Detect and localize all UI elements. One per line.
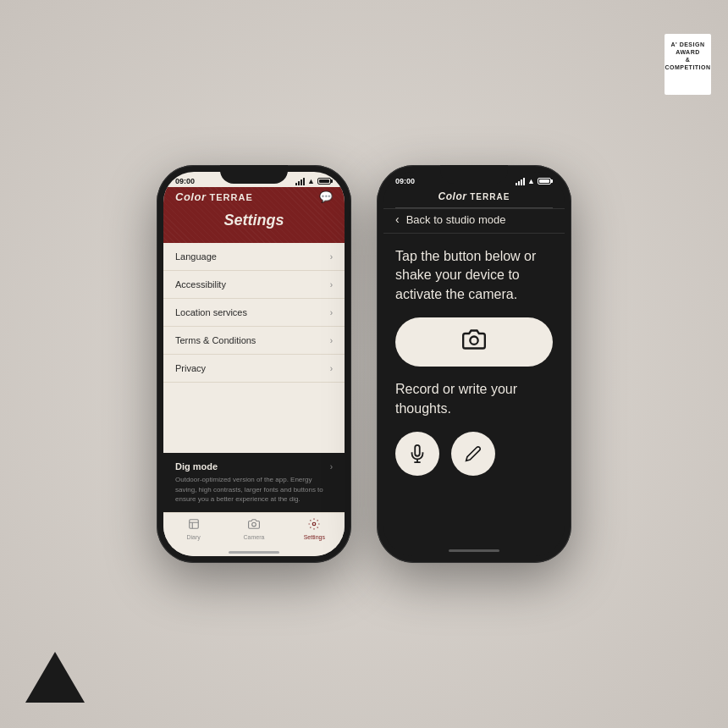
menu-item-location-label: Location services [175, 307, 247, 317]
battery-icon [317, 178, 333, 185]
svg-point-5 [470, 337, 477, 345]
battery-body-right [538, 178, 551, 185]
settings-tab-icon [308, 518, 320, 532]
chevron-language-icon: › [330, 252, 333, 262]
chevron-accessibility-icon: › [330, 280, 333, 290]
home-bar-right [449, 549, 499, 552]
menu-item-language[interactable]: Language › [163, 243, 345, 271]
settings-screen: 09:00 ▲ [163, 172, 345, 556]
award-subtext: & COMPETITION [665, 56, 710, 71]
signal-bar-r4 [523, 178, 525, 185]
phone-camera: 09:00 ▲ [377, 165, 571, 563]
signal-bar-r1 [516, 183, 517, 185]
signal-bar-4 [303, 178, 305, 185]
settings-list: Language › Accessibility › Location serv… [163, 243, 345, 453]
menu-item-accessibility[interactable]: Accessibility › [163, 271, 345, 299]
dig-mode-title: Dig mode [175, 461, 218, 472]
tab-camera-label: Camera [244, 534, 265, 540]
wifi-icon-right: ▲ [527, 177, 535, 185]
signal-bar-3 [301, 179, 302, 185]
menu-item-privacy[interactable]: Privacy › [163, 355, 345, 383]
tab-settings[interactable]: Settings [284, 518, 345, 540]
camera-tab-icon [248, 518, 260, 532]
chevron-location-icon: › [330, 308, 333, 317]
signal-icon-right [516, 178, 525, 185]
menu-item-terms-label: Terms & Conditions [175, 335, 256, 345]
edit-write-button[interactable] [451, 432, 495, 476]
dig-mode-description: Outdoor-optimized version of the app. En… [175, 475, 333, 504]
battery-tip [331, 179, 333, 183]
tab-camera[interactable]: Camera [223, 518, 284, 540]
back-label: Back to studio mode [406, 213, 506, 226]
phone-notch-right [440, 165, 508, 184]
menu-item-language-label: Language [175, 251, 217, 262]
menu-item-location[interactable]: Location services › [163, 299, 345, 327]
chevron-terms-icon: › [330, 336, 333, 345]
home-bar-left [229, 551, 279, 554]
back-arrow-icon: ‹ [395, 212, 400, 226]
status-icons-left: ▲ [295, 177, 333, 185]
battery-icon-right [538, 178, 553, 185]
battery-fill-right [539, 179, 549, 183]
home-indicator-right [383, 547, 565, 556]
battery-body [317, 178, 331, 185]
status-icons-right: ▲ [516, 177, 553, 185]
camera-screen: 09:00 ▲ [383, 172, 565, 556]
a-design-logo [25, 652, 85, 703]
logo-header-right: Color Terrae [383, 187, 565, 209]
award-badge: A' DESIGN AWARD & COMPETITION [665, 34, 711, 95]
svg-rect-0 [189, 520, 198, 529]
menu-item-privacy-label: Privacy [175, 363, 206, 373]
signal-bar-1 [295, 183, 297, 185]
award-triangle-icon [665, 74, 711, 88]
wifi-icon: ▲ [307, 177, 315, 185]
chevron-privacy-icon: › [330, 364, 333, 373]
instruction-text: Tap the button below or shake your devic… [395, 247, 553, 304]
home-indicator-left [163, 549, 345, 556]
tab-diary[interactable]: Diary [163, 518, 223, 540]
status-time-left: 09:00 [175, 177, 195, 185]
battery-tip-right [551, 179, 553, 183]
svg-point-3 [252, 522, 256, 527]
phone-settings: 09:00 ▲ [157, 165, 351, 563]
battery-fill [319, 179, 329, 183]
camera-icon [462, 328, 486, 356]
back-nav[interactable]: ‹ Back to studio mode [383, 209, 565, 234]
microphone-button[interactable] [395, 432, 439, 476]
camera-content: Tap the button below or shake your devic… [383, 234, 565, 547]
status-time-right: 09:00 [395, 177, 415, 185]
svg-point-4 [313, 522, 317, 526]
dig-mode-header: Dig mode › [175, 461, 333, 472]
dig-mode-section: Dig mode › Outdoor-optimized version of … [163, 453, 345, 512]
tab-bar: Diary Camera [163, 512, 345, 549]
signal-icon [295, 178, 305, 185]
chevron-dig-icon: › [330, 462, 333, 472]
phone-notch [220, 165, 288, 184]
record-text: Record or write your thoughts. [395, 380, 553, 418]
signal-bar-r3 [521, 179, 522, 185]
app-header: Color Terrae 💬 Settings [163, 187, 345, 243]
menu-item-accessibility-label: Accessibility [175, 279, 226, 290]
action-buttons [395, 432, 553, 476]
app-logo-right: Color Terrae [395, 190, 553, 208]
logo-triangle-icon [25, 652, 85, 703]
diary-icon [188, 518, 200, 532]
logo-terrae-right: Terrae [470, 192, 510, 201]
signal-bar-r2 [518, 181, 520, 185]
camera-activate-button[interactable] [395, 317, 553, 367]
settings-title: Settings [175, 208, 333, 233]
tab-settings-label: Settings [304, 534, 325, 540]
award-text: A' DESIGN AWARD [670, 41, 706, 56]
tab-diary-label: Diary [186, 534, 200, 540]
menu-item-terms[interactable]: Terms & Conditions › [163, 327, 345, 355]
signal-bar-2 [298, 181, 300, 185]
